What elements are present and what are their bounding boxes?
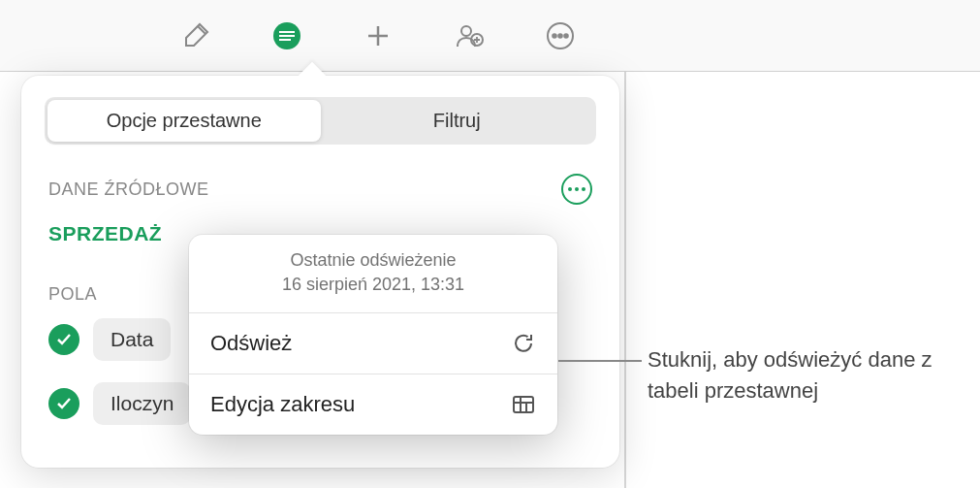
source-data-label: DANE ŹRÓDŁOWE [48,179,209,200]
edit-range-button[interactable]: Edycja zakresu [189,374,557,435]
more-circle-icon[interactable] [539,15,582,57]
last-refresh-timestamp: 16 sierpień 2021, 13:31 [208,273,538,297]
pivot-icon[interactable] [266,15,308,57]
format-brush-icon[interactable] [174,15,217,57]
refresh-label: Odśwież [210,331,292,356]
callout-text: Stuknij, aby odświeżyć dane z tabeli prz… [648,344,958,407]
svg-rect-1 [279,31,295,33]
insert-plus-icon[interactable] [357,15,399,57]
refresh-icon [511,331,536,356]
svg-point-7 [553,34,556,38]
main-toolbar [0,0,980,72]
field-pill[interactable]: Iloczyn [93,382,191,425]
tab-pivot-options[interactable]: Opcje przestawne [47,100,321,142]
segmented-control: Opcje przestawne Filtruj [45,97,596,145]
edit-range-label: Edycja zakresu [210,392,355,417]
svg-rect-2 [279,35,295,37]
tab-filter[interactable]: Filtruj [321,100,594,142]
ellipsis-icon [568,187,585,191]
svg-point-4 [461,26,471,36]
last-refresh-header: Ostatnie odświeżenie 16 sierpień 2021, 1… [189,235,557,312]
checkmark-icon [48,324,79,355]
table-icon [511,392,536,417]
refresh-submenu: Ostatnie odświeżenie 16 sierpień 2021, 1… [189,235,557,435]
source-more-button[interactable] [561,174,592,205]
panel-divider [624,72,626,488]
svg-rect-10 [514,397,533,412]
svg-point-8 [558,34,562,38]
last-refresh-label: Ostatnie odświeżenie [208,248,538,273]
collaborate-icon[interactable] [448,15,490,57]
checkmark-icon [48,388,79,419]
refresh-button[interactable]: Odśwież [189,312,557,374]
callout-leader-line [558,360,642,362]
svg-rect-3 [279,39,291,41]
field-pill[interactable]: Data [93,318,171,361]
svg-point-9 [564,34,568,38]
